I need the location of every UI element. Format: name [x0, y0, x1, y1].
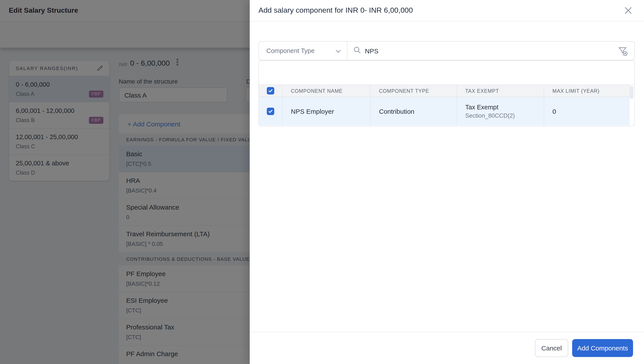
cell-component-name: NPS Employer	[291, 108, 370, 115]
add-components-button[interactable]: Add Components	[572, 339, 633, 357]
column-header-component-name: COMPONENT NAME	[291, 88, 370, 94]
cell-max-limit: 0	[552, 108, 629, 115]
row-checkbox-cell	[259, 97, 283, 126]
search-icon	[354, 46, 361, 55]
table-header-row: COMPONENT NAME COMPONENT TYPE TAX EXEMPT…	[259, 85, 629, 97]
row-checkbox[interactable]	[267, 108, 274, 115]
component-type-dropdown-label: Component Type	[266, 47, 315, 54]
component-type-dropdown[interactable]: Component Type	[259, 42, 347, 60]
cell-tax-section: Section_80CCD(2)	[465, 112, 544, 119]
filter-bar: Component Type	[259, 41, 635, 60]
cancel-button[interactable]: Cancel	[535, 339, 568, 357]
column-header-tax-exempt: TAX EXEMPT	[465, 88, 544, 94]
modal-footer: Cancel Add Components	[250, 332, 644, 364]
screen: Edit Salary Structure SALARY RANGES(INR)…	[0, 0, 644, 364]
table-toolbar-strip	[259, 61, 634, 85]
column-header-max-limit: MAX LIMIT (YEAR)	[552, 88, 629, 94]
search-input[interactable]	[365, 47, 634, 54]
cell-component-type: Contribution	[379, 108, 457, 115]
table-row[interactable]: NPS Employer Contribution Tax Exempt Sec…	[259, 97, 629, 126]
search-area	[347, 42, 634, 60]
add-salary-component-modal: Add salary component for INR 0- INR 6,00…	[250, 0, 644, 364]
close-icon[interactable]	[623, 5, 633, 16]
modal-header: Add salary component for INR 0- INR 6,00…	[250, 0, 644, 22]
column-header-component-type: COMPONENT TYPE	[379, 88, 457, 94]
header-checkbox-cell	[259, 85, 283, 97]
chevron-down-icon	[336, 47, 341, 54]
cell-tax-exempt: Tax Exempt	[465, 104, 544, 111]
modal-title: Add salary component for INR 0- INR 6,00…	[259, 6, 413, 15]
components-table: COMPONENT NAME COMPONENT TYPE TAX EXEMPT…	[259, 60, 635, 126]
clear-filter-funnel-icon[interactable]	[617, 46, 629, 58]
select-all-checkbox[interactable]	[267, 87, 274, 94]
table-scrollbar-thumb[interactable]	[629, 86, 633, 99]
